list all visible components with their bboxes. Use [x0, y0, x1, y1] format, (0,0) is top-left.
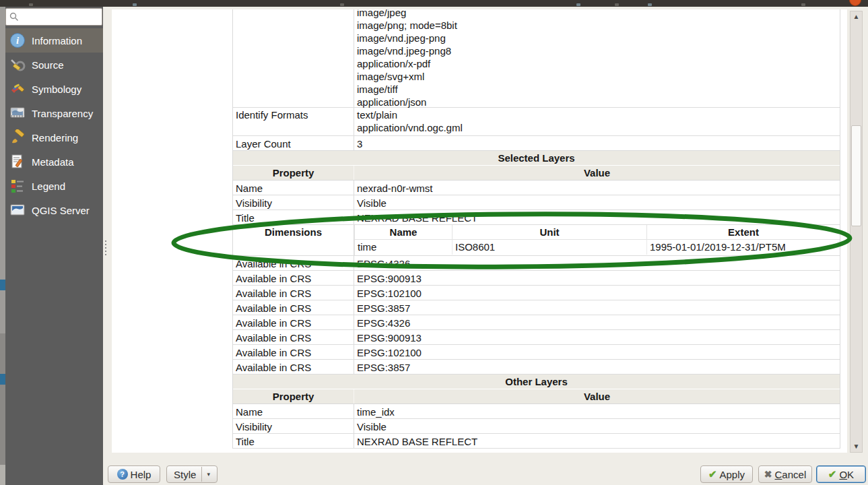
format-value: image/tiff — [357, 83, 840, 96]
rendering-icon — [9, 129, 26, 146]
format-value: image/vnd.jpeg-png — [357, 32, 840, 44]
background-window-edge — [0, 7, 5, 485]
ok-button[interactable]: ✔ OK — [816, 465, 866, 483]
background-blue-mark — [0, 280, 5, 290]
table-row-identify-formats: Identify Formats text/plain application/… — [233, 108, 840, 136]
sidebar-item-symbology[interactable]: Symbology — [5, 77, 103, 101]
column-header-value: Value — [354, 166, 840, 180]
sidebar-item-information[interactable]: i Information — [5, 28, 103, 53]
x-icon: ✖ — [764, 469, 772, 480]
dim-extent-value: 1995-01-01/2019-12-31/PT5M — [647, 240, 840, 255]
information-panel[interactable]: image/jpeg image/png; mode=8bit image/vn… — [112, 9, 847, 453]
dimensions-label: Dimensions — [233, 225, 354, 255]
search-input[interactable] — [22, 10, 99, 24]
column-header-value: Value — [354, 389, 840, 403]
titlebar-fragment — [648, 3, 652, 6]
search-icon — [9, 12, 19, 22]
table-row: Name nexrad-n0r-wmst — [233, 181, 840, 195]
close-button-fragment[interactable] — [849, 0, 861, 6]
transparency-icon — [9, 105, 26, 121]
sidebar-search[interactable] — [5, 8, 102, 26]
section-header-selected-layers: Selected Layers — [233, 151, 840, 166]
cancel-button[interactable]: ✖ Cancel — [758, 465, 812, 483]
value-cell: 3 — [354, 136, 840, 151]
titlebar-fragment — [29, 3, 33, 6]
titlebar-fragment — [801, 3, 805, 6]
sidebar-item-label: Rendering — [32, 132, 78, 143]
property-cell: Title — [233, 434, 354, 449]
dim-unit-value: ISO8601 — [453, 240, 647, 255]
value-cell: EPSG:900913 — [354, 330, 840, 345]
help-icon: ? — [117, 469, 128, 480]
property-cell: Available in CRS — [233, 315, 354, 330]
column-header-row: Property Value — [233, 389, 840, 404]
sidebar-item-label: Legend — [32, 181, 65, 192]
help-button[interactable]: ? Help — [108, 465, 160, 483]
dimensions-table: Name Unit Extent time ISO8601 1995-01-01… — [354, 225, 840, 255]
sidebar-item-rendering[interactable]: Rendering — [5, 125, 103, 150]
sidebar-item-legend[interactable]: Legend — [5, 174, 103, 198]
metadata-icon — [9, 154, 26, 170]
value-cell: NEXRAD BASE REFLECT — [354, 210, 840, 225]
titlebar-fragment — [133, 3, 137, 6]
table-row-layer-count: Layer Count 3 — [233, 136, 840, 151]
property-cell: Identify Formats — [233, 108, 354, 135]
table-row-crs: Available in CRS EPSG:102100 — [233, 345, 840, 360]
apply-button[interactable]: ✔ Apply — [700, 465, 753, 483]
value-cell: EPSG:3857 — [354, 300, 840, 315]
column-header-property: Property — [233, 389, 354, 403]
format-value: image/svg+xml — [357, 70, 840, 83]
table-row: Visibility Visible — [233, 419, 840, 434]
sidebar-item-qgis-server[interactable]: QGIS Server — [5, 198, 103, 222]
ok-button-label: OK — [839, 469, 854, 480]
window-titlebar — [0, 0, 868, 7]
format-value: application/json — [357, 96, 840, 108]
check-icon: ✔ — [828, 468, 837, 480]
scrollbar-thumb[interactable] — [851, 125, 861, 226]
property-cell: Layer Count — [233, 136, 354, 151]
sidebar-item-label: Transparency — [32, 108, 93, 119]
value-cell: EPSG:4326 — [354, 256, 840, 271]
sidebar-item-label: Source — [32, 59, 64, 71]
value-cell: Visible — [354, 195, 840, 210]
titlebar-fragment — [576, 3, 580, 6]
table-row-crs: Available in CRS EPSG:4326 — [233, 256, 840, 271]
property-cell: Available in CRS — [233, 286, 354, 300]
symbology-icon — [9, 81, 26, 97]
sidebar-item-source[interactable]: Source — [5, 53, 103, 77]
property-cell — [233, 9, 354, 108]
background-blue-mark — [0, 374, 5, 385]
sidebar-item-transparency[interactable]: Transparency — [5, 101, 103, 125]
format-value: application/x-pdf — [357, 57, 840, 70]
information-icon: i — [9, 32, 26, 48]
titlebar-fragment — [340, 3, 344, 6]
dialog-footer: ? Help Style ▾ ✔ Apply ✖ Cancel ✔ OK — [103, 463, 868, 485]
value-cell: EPSG:102100 — [354, 286, 840, 300]
splitter-handle[interactable] — [105, 240, 107, 255]
property-cell: Name — [233, 404, 354, 419]
apply-button-label: Apply — [720, 469, 745, 480]
wms-properties-table: image/jpeg image/png; mode=8bit image/vn… — [232, 9, 840, 449]
identify-format-value: application/vnd.ogc.gml — [357, 121, 840, 134]
value-cell: nexrad-n0r-wmst — [354, 181, 840, 195]
value-cell: EPSG:3857 — [354, 360, 840, 375]
property-cell: Available in CRS — [233, 256, 354, 271]
scroll-up-icon[interactable]: ▲ — [850, 13, 862, 21]
qgis-server-icon — [9, 202, 26, 218]
properties-sidebar: i Information Source Sym — [5, 7, 103, 485]
identify-format-value: text/plain — [357, 108, 840, 121]
vertical-scrollbar[interactable]: ▲ ▼ — [850, 11, 863, 453]
table-row-crs: Available in CRS EPSG:102100 — [233, 286, 840, 300]
dim-col-extent: Extent — [647, 225, 840, 239]
value-cell: image/jpeg image/png; mode=8bit image/vn… — [354, 9, 840, 108]
property-cell: Title — [233, 210, 354, 225]
table-row-crs: Available in CRS EPSG:3857 — [233, 360, 840, 375]
sidebar-item-metadata[interactable]: Metadata — [5, 150, 103, 174]
sidebar-nav: i Information Source Sym — [5, 28, 103, 222]
source-icon — [9, 57, 26, 73]
style-dropdown-button[interactable]: Style ▾ — [166, 465, 218, 483]
scroll-down-icon[interactable]: ▼ — [850, 443, 862, 451]
table-row: Visibility Visible — [233, 195, 840, 210]
background-window-edge — [0, 465, 5, 485]
table-row: Name time_idx — [233, 404, 840, 419]
